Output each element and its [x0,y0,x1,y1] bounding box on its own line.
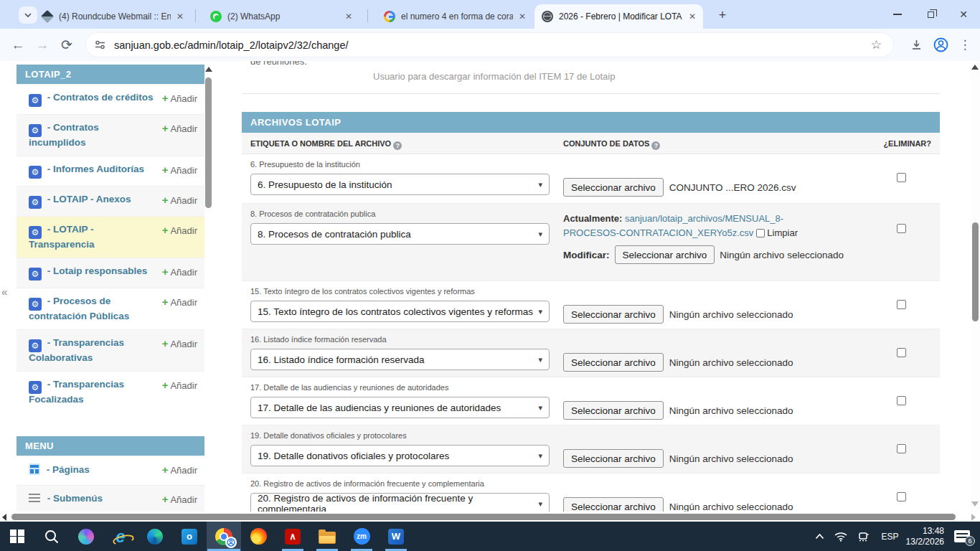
select-file-button[interactable]: Seleccionar archivo [563,401,664,420]
tray-connect-icon[interactable] [857,531,870,542]
taskbar-chrome-button[interactable] [207,522,241,551]
taskbar-zoom-button[interactable]: zm [344,522,379,551]
delete-checkbox[interactable] [897,300,906,309]
reload-button[interactable]: ⟳ [55,37,79,53]
wifi-icon[interactable] [834,532,847,542]
select-file-button[interactable]: Seleccionar archivo [563,305,664,324]
clock[interactable]: 13:48 13/2/2026 [906,526,944,547]
vertical-scrollbar-thumb[interactable] [972,222,979,321]
tab-google-search[interactable]: el numero 4 en forma de coraz ✕ [377,4,533,29]
etiqueta-select[interactable]: 6. Presupuesto de la institución▾ [250,174,550,195]
address-bar[interactable]: sanjuan.gob.ec/admin/lotaip_2/lotaipv2/3… [86,33,893,57]
close-tab-icon[interactable]: ✕ [689,11,696,22]
add-link[interactable]: + Añadir [162,379,197,391]
etiqueta-select[interactable]: 8. Procesos de contratación publica▾ [250,223,550,245]
add-link[interactable]: + Añadir [162,164,197,176]
add-link[interactable]: + Añadir [162,265,197,278]
clear-checkbox[interactable] [756,229,765,237]
site-settings-icon[interactable] [95,39,105,50]
taskbar-search-button[interactable] [34,522,69,551]
taskbar-internet-explorer-button[interactable]: e [103,522,138,551]
delete-checkbox[interactable] [897,173,906,182]
tab-active-lotaip[interactable]: 2026 - Febrero | Modificar LOTA ✕ [534,4,703,29]
sidebar-item-lotaip-anexos[interactable]: + Añadir ⚙ - LOTAIP - Anexos [17,186,204,216]
sidebar-scrollbar[interactable] [204,65,212,495]
select-file-button[interactable]: Seleccionar archivo [563,449,664,468]
etiqueta-select[interactable]: 16. Listado índice formación reservada▾ [250,349,550,370]
add-link[interactable]: + Añadir [162,194,197,206]
running-indicator [207,549,240,551]
sidebar-item-submenus[interactable]: + Añadir - Submenús [17,485,204,512]
sidebar-collapse-toggle[interactable]: « [1,286,7,298]
etiqueta-select[interactable]: 20. Registro de activos de información f… [250,493,550,512]
scroll-down-icon[interactable] [971,501,979,507]
page-vertical-scrollbar[interactable] [971,61,980,512]
sidebar-item-transparencias-focalizadas[interactable]: + Añadir ⚙ - Transparencias Focalizadas [17,371,204,413]
notification-center-icon[interactable]: 6 [954,530,970,542]
add-link[interactable]: + Añadir [162,463,197,476]
scroll-left-icon[interactable] [2,514,6,521]
close-window-button[interactable]: ✕ [947,0,980,29]
sidebar-item-informes-auditorias[interactable]: + Añadir ⚙ - Informes Auditorías [17,156,204,186]
add-link[interactable]: + Añadir [162,224,197,236]
close-tab-icon[interactable]: ✕ [519,11,526,22]
sidebar-item-paginas[interactable]: + Añadir - Páginas [17,456,204,485]
delete-checkbox[interactable] [897,224,906,233]
browser-menu-icon[interactable]: ⋮ [953,37,977,52]
select-file-button[interactable]: Seleccionar archivo [563,178,664,197]
help-icon[interactable]: ? [393,141,402,150]
sidebar-item-lotaip-transparencia[interactable]: + Añadir ⚙ - LOTAIP - Transparencia [17,216,204,258]
taskbar-edge-button[interactable] [138,522,172,551]
delete-checkbox[interactable] [897,348,906,357]
scroll-up-icon[interactable] [205,67,212,72]
add-link[interactable]: + Añadir [162,92,197,104]
select-file-button[interactable]: Seleccionar archivo [615,245,715,264]
taskbar-outlook-button[interactable]: o [172,522,207,551]
add-link[interactable]: + Añadir [162,296,197,308]
add-link[interactable]: + Añadir [162,337,197,349]
hidden-icons-chevron[interactable] [815,533,824,540]
file-status: Ningún archivo seleccionado [669,309,793,320]
help-icon[interactable]: ? [651,141,660,150]
add-link[interactable]: + Añadir [162,493,197,505]
close-tab-icon[interactable]: ✕ [345,11,352,22]
select-file-button[interactable]: Seleccionar archivo [563,353,664,372]
add-link[interactable]: + Añadir [162,122,197,134]
minimize-button[interactable] [881,0,914,29]
scroll-up-icon[interactable] [971,65,979,70]
taskbar-firefox-button[interactable] [241,522,275,551]
tab-whatsapp[interactable]: (2) WhatsApp ✕ [203,4,359,29]
forward-button[interactable]: → [30,37,55,53]
sidebar-scrollbar-thumb[interactable] [205,77,212,208]
delete-checkbox[interactable] [897,444,906,453]
download-icon[interactable] [904,39,928,51]
etiqueta-select[interactable]: 15. Texto íntegro de los contratos colec… [250,301,550,322]
start-button[interactable] [0,522,34,551]
new-tab-button[interactable]: + [714,7,731,24]
tab-roundcube[interactable]: (4) Roundcube Webmail :: Entra ✕ [34,4,191,29]
back-button[interactable]: ← [6,37,30,53]
sidebar-item-contratos-creditos[interactable]: + Añadir ⚙ - Contratos de créditos [17,84,204,114]
taskbar-file-explorer-button[interactable] [310,522,344,551]
sidebar-item-procesos-contratacion[interactable]: + Añadir ⚙ - Procesos de contratación Pú… [17,288,204,329]
page-horizontal-scrollbar[interactable] [0,512,980,522]
language-indicator[interactable]: ESP [882,532,899,542]
profile-avatar-icon[interactable] [928,37,953,52]
taskbar-word-button[interactable]: W [379,522,413,551]
close-tab-icon[interactable]: ✕ [176,11,184,22]
delete-checkbox[interactable] [897,492,906,501]
etiqueta-select[interactable]: 19. Detalle donativos oficiales y protoc… [250,445,550,466]
restore-button[interactable] [914,0,947,29]
taskbar-acrobat-button[interactable]: ∧ [275,522,310,551]
sidebar-item-transparencias-colaborativas[interactable]: + Añadir ⚙ - Transparencias Colaborativa… [17,329,204,371]
url-text[interactable]: sanjuan.gob.ec/admin/lotaip_2/lotaipv2/3… [114,39,871,51]
scroll-right-icon[interactable] [971,514,976,521]
sidebar-item-contratos-incumplidos[interactable]: + Añadir ⚙ - Contratos incumplidos [17,114,204,156]
taskbar-copilot-button[interactable] [69,522,103,551]
select-file-button[interactable]: Seleccionar archivo [563,497,664,512]
bookmark-star-icon[interactable]: ☆ [871,37,882,52]
etiqueta-select[interactable]: 17. Detalle de las audiencias y reunione… [250,397,550,418]
delete-checkbox[interactable] [897,396,906,405]
sidebar-item-lotaip-responsables[interactable]: + Añadir ⚙ - Lotaip responsables [17,258,204,288]
horizontal-scrollbar-thumb[interactable] [11,514,956,520]
